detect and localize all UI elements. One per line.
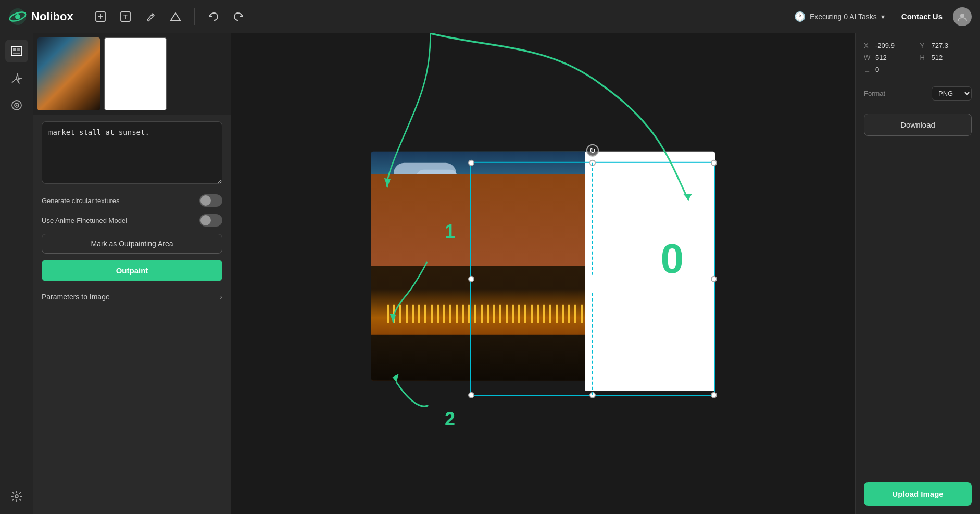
- arrow-number-2: 2: [445, 408, 455, 430]
- coordinates-grid: X -209.9 Y 727.3 W 512 H 512 ∟ 0: [864, 42, 972, 73]
- sidebar-item-target[interactable]: [5, 94, 28, 117]
- topbar: Nolibox T 🕐 Executing 0 AI Tasks ▾ Conta…: [0, 0, 980, 33]
- logo-area[interactable]: Nolibox: [8, 7, 73, 26]
- circular-textures-knob: [200, 195, 211, 206]
- arrow-number-1: 1: [445, 221, 455, 243]
- anime-model-label: Use Anime-Finetuned Model: [42, 217, 127, 224]
- user-avatar[interactable]: [953, 7, 972, 26]
- w-value: 512: [875, 54, 887, 61]
- ai-tasks-chevron-icon: ▾: [881, 12, 885, 21]
- circular-textures-row: Generate circular textures: [42, 194, 222, 207]
- right-panel-spacer: [864, 142, 972, 476]
- svg-rect-11: [11, 46, 22, 56]
- toolbar-separator: [194, 8, 195, 25]
- right-panel-divider-1: [864, 80, 972, 80]
- anime-model-row: Use Anime-Finetuned Model: [42, 214, 222, 227]
- y-value: 727.3: [932, 42, 949, 49]
- icon-sidebar: [0, 33, 33, 514]
- y-label: Y: [920, 42, 928, 49]
- format-select[interactable]: PNG JPG WEBP: [932, 86, 972, 101]
- canvas-white-outpainting: [585, 151, 715, 391]
- circular-textures-toggle[interactable]: [199, 194, 222, 207]
- preview-thumb-image[interactable]: [37, 37, 100, 110]
- image-preview-strip: [33, 33, 231, 115]
- contact-us-button[interactable]: Contact Us: [901, 12, 943, 21]
- sidebar-item-magic[interactable]: [5, 67, 28, 90]
- logo-icon: [8, 7, 27, 26]
- left-panel-content: market stall at sunset. Generate circula…: [33, 115, 231, 312]
- sidebar-item-settings[interactable]: [5, 485, 28, 508]
- svg-point-18: [16, 105, 17, 106]
- canvas-image: [371, 151, 595, 380]
- undo-button[interactable]: [203, 6, 224, 27]
- app-name: Nolibox: [31, 10, 73, 23]
- angle-value: 0: [875, 66, 879, 73]
- svg-text:T: T: [123, 14, 128, 21]
- w-coord: W 512: [864, 54, 916, 61]
- canvas-area[interactable]: ↻ 0: [231, 33, 855, 514]
- brush-tool-button[interactable]: [140, 6, 161, 27]
- parameters-label: Parameters to Image: [42, 293, 110, 301]
- svg-point-19: [15, 495, 18, 498]
- anime-model-knob: [200, 215, 211, 225]
- format-label: Format: [864, 90, 885, 97]
- anime-model-toggle[interactable]: [199, 214, 222, 227]
- circular-textures-label: Generate circular textures: [42, 197, 120, 205]
- image-tool-button[interactable]: [165, 6, 186, 27]
- prompt-input[interactable]: market stall at sunset.: [42, 121, 222, 184]
- text-tool-button[interactable]: T: [115, 6, 136, 27]
- handle-bottom-left[interactable]: [468, 392, 474, 398]
- handle-bottom-right[interactable]: [711, 392, 717, 398]
- x-coord: X -209.9: [864, 42, 916, 49]
- angle-label: ∟: [864, 66, 872, 73]
- redo-button[interactable]: [228, 6, 249, 27]
- ai-tasks-status[interactable]: 🕐 Executing 0 AI Tasks ▾: [794, 11, 885, 22]
- canvas-zero-label: 0: [661, 234, 684, 282]
- svg-line-8: [152, 15, 153, 16]
- w-label: W: [864, 54, 872, 61]
- mark-outpainting-button[interactable]: Mark as Outpainting Area: [42, 234, 222, 254]
- format-row: Format PNG JPG WEBP: [864, 86, 972, 101]
- svg-point-2: [15, 14, 20, 19]
- ai-tasks-clock-icon: 🕐: [794, 11, 806, 22]
- download-button[interactable]: Download: [864, 114, 972, 136]
- left-panel: market stall at sunset. Generate circula…: [33, 33, 231, 514]
- preview-image: [37, 37, 100, 110]
- x-label: X: [864, 42, 872, 49]
- svg-point-10: [960, 14, 964, 18]
- svg-marker-9: [171, 13, 180, 20]
- h-value: 512: [932, 54, 943, 61]
- canvas-content: ↻ 0: [371, 151, 715, 406]
- parameters-row[interactable]: Parameters to Image ›: [42, 287, 222, 306]
- preview-thumb-white[interactable]: [104, 37, 167, 110]
- right-panel-divider-2: [864, 107, 972, 107]
- h-coord: H 512: [920, 54, 972, 61]
- h-label: H: [920, 54, 928, 61]
- ai-tasks-label: Executing 0 AI Tasks: [810, 12, 877, 21]
- main-layout: market stall at sunset. Generate circula…: [0, 33, 980, 514]
- outpaint-button[interactable]: Outpaint: [42, 260, 222, 281]
- sidebar-item-gallery[interactable]: [5, 40, 28, 62]
- parameters-chevron-icon: ›: [220, 293, 222, 301]
- right-panel: X -209.9 Y 727.3 W 512 H 512 ∟ 0 Format: [855, 33, 980, 514]
- angle-coord: ∟ 0: [864, 66, 916, 73]
- y-coord: Y 727.3: [920, 42, 972, 49]
- handle-bottom-center[interactable]: [589, 392, 596, 398]
- svg-rect-12: [13, 48, 16, 51]
- x-value: -209.9: [875, 42, 895, 49]
- upload-image-button[interactable]: Upload Image: [864, 482, 972, 506]
- canvas-image-container: ↻ 0: [371, 151, 715, 406]
- add-tool-button[interactable]: [90, 6, 111, 27]
